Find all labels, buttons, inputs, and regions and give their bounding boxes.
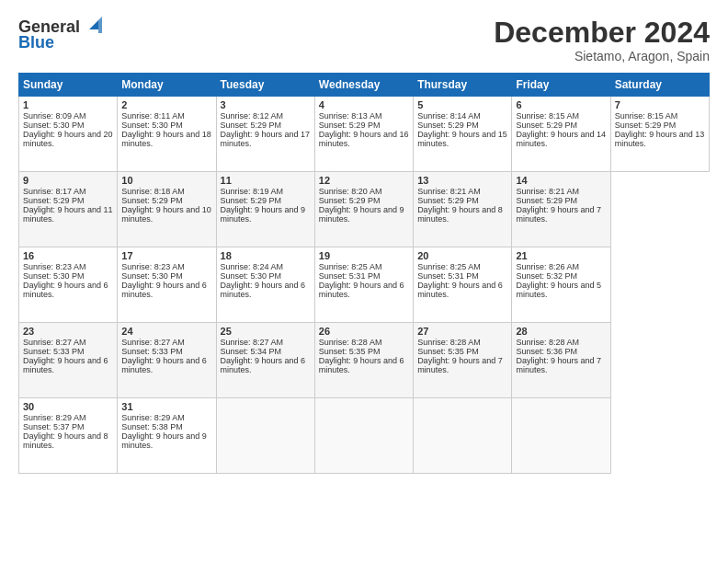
sunrise-label: Sunrise: 8:21 AM (417, 187, 481, 196)
day-number: 27 (417, 326, 507, 337)
day-number: 14 (516, 175, 606, 186)
day-number: 6 (516, 99, 606, 110)
daylight-label: Daylight: 9 hours and 16 minutes. (319, 130, 409, 148)
week-row-2: 9Sunrise: 8:17 AMSunset: 5:29 PMDaylight… (19, 172, 710, 247)
weekday-header-row: Sunday Monday Tuesday Wednesday Thursday… (19, 74, 710, 97)
sunset-label: Sunset: 5:32 PM (516, 271, 577, 281)
day-number: 10 (121, 175, 211, 186)
sunrise-label: Sunrise: 8:23 AM (121, 262, 185, 271)
table-cell: 28Sunrise: 8:28 AMSunset: 5:36 PMDayligh… (512, 323, 610, 398)
table-cell: 21Sunrise: 8:26 AMSunset: 5:32 PMDayligh… (512, 247, 610, 323)
sunrise-label: Sunrise: 8:27 AM (221, 338, 284, 347)
sunrise-label: Sunrise: 8:28 AM (516, 338, 579, 347)
day-number: 7 (615, 99, 705, 110)
sunrise-label: Sunrise: 8:29 AM (23, 413, 86, 422)
sunrise-label: Sunrise: 8:27 AM (121, 338, 185, 347)
table-cell: 17Sunrise: 8:23 AMSunset: 5:30 PMDayligh… (118, 247, 216, 323)
table-cell: 12Sunrise: 8:20 AMSunset: 5:29 PMDayligh… (314, 172, 413, 247)
daylight-label: Daylight: 9 hours and 13 minutes. (615, 130, 705, 148)
sunrise-label: Sunrise: 8:28 AM (319, 338, 382, 347)
table-cell: 11Sunrise: 8:19 AMSunset: 5:29 PMDayligh… (216, 172, 314, 247)
daylight-label: Daylight: 9 hours and 6 minutes. (121, 281, 207, 299)
table-cell: 2Sunrise: 8:11 AMSunset: 5:30 PMDaylight… (118, 97, 216, 172)
sunset-label: Sunset: 5:33 PM (23, 347, 85, 356)
title-block: December 2024 Sietamo, Aragon, Spain (494, 17, 710, 63)
sunset-label: Sunset: 5:29 PM (516, 196, 577, 205)
daylight-label: Daylight: 9 hours and 7 minutes. (417, 356, 503, 374)
sunset-label: Sunset: 5:30 PM (23, 121, 85, 130)
sunset-label: Sunset: 5:30 PM (23, 271, 85, 281)
th-saturday: Saturday (610, 74, 709, 97)
sunrise-label: Sunrise: 8:21 AM (516, 187, 579, 196)
sunset-label: Sunset: 5:29 PM (417, 121, 479, 130)
table-cell: 10Sunrise: 8:18 AMSunset: 5:29 PMDayligh… (118, 172, 216, 247)
sunset-label: Sunset: 5:31 PM (319, 271, 381, 281)
table-cell: 25Sunrise: 8:27 AMSunset: 5:34 PMDayligh… (216, 323, 314, 398)
sunset-label: Sunset: 5:30 PM (121, 271, 183, 281)
sunrise-label: Sunrise: 8:17 AM (23, 187, 86, 196)
daylight-label: Daylight: 9 hours and 9 minutes. (221, 205, 306, 224)
sunset-label: Sunset: 5:35 PM (417, 347, 479, 356)
daylight-label: Daylight: 9 hours and 6 minutes. (221, 356, 306, 374)
sunset-label: Sunset: 5:30 PM (221, 271, 282, 281)
sunrise-label: Sunrise: 8:13 AM (319, 111, 382, 121)
th-monday: Monday (118, 74, 216, 97)
sunrise-label: Sunrise: 8:14 AM (417, 111, 481, 121)
table-cell: 24Sunrise: 8:27 AMSunset: 5:33 PMDayligh… (118, 323, 216, 398)
day-number: 25 (221, 326, 311, 337)
day-number: 24 (121, 326, 211, 337)
week-row-3: 16Sunrise: 8:23 AMSunset: 5:30 PMDayligh… (19, 247, 710, 323)
day-number: 26 (319, 326, 409, 337)
daylight-label: Daylight: 9 hours and 9 minutes. (319, 205, 404, 224)
sunset-label: Sunset: 5:29 PM (221, 196, 282, 205)
table-cell: 19Sunrise: 8:25 AMSunset: 5:31 PMDayligh… (314, 247, 413, 323)
sunrise-label: Sunrise: 8:28 AM (417, 338, 481, 347)
day-number: 18 (221, 250, 311, 261)
sunrise-label: Sunrise: 8:11 AM (121, 111, 185, 121)
th-sunday: Sunday (19, 74, 118, 97)
sunrise-label: Sunrise: 8:29 AM (121, 413, 185, 422)
sunrise-label: Sunrise: 8:09 AM (23, 111, 86, 121)
day-number: 11 (221, 175, 311, 186)
table-cell (512, 398, 610, 474)
th-thursday: Thursday (414, 74, 512, 97)
daylight-label: Daylight: 9 hours and 11 minutes. (23, 205, 113, 224)
sunrise-label: Sunrise: 8:26 AM (516, 262, 579, 271)
table-cell: 31Sunrise: 8:29 AMSunset: 5:38 PMDayligh… (118, 398, 216, 474)
table-cell: 14Sunrise: 8:21 AMSunset: 5:29 PMDayligh… (512, 172, 610, 247)
table-cell: 1Sunrise: 8:09 AMSunset: 5:30 PMDaylight… (19, 97, 118, 172)
sunrise-label: Sunrise: 8:12 AM (221, 111, 284, 121)
table-cell: 3Sunrise: 8:12 AMSunset: 5:29 PMDaylight… (216, 97, 314, 172)
daylight-label: Daylight: 9 hours and 10 minutes. (121, 205, 211, 224)
day-number: 23 (23, 326, 113, 337)
th-tuesday: Tuesday (216, 74, 314, 97)
sunrise-label: Sunrise: 8:27 AM (23, 338, 86, 347)
sunset-label: Sunset: 5:29 PM (319, 196, 381, 205)
table-cell: 6Sunrise: 8:15 AMSunset: 5:29 PMDaylight… (512, 97, 610, 172)
table-cell: 26Sunrise: 8:28 AMSunset: 5:35 PMDayligh… (314, 323, 413, 398)
table-cell: 18Sunrise: 8:24 AMSunset: 5:30 PMDayligh… (216, 247, 314, 323)
week-row-5: 30Sunrise: 8:29 AMSunset: 5:37 PMDayligh… (19, 398, 710, 474)
sunrise-label: Sunrise: 8:25 AM (319, 262, 382, 271)
table-cell: 30Sunrise: 8:29 AMSunset: 5:37 PMDayligh… (19, 398, 118, 474)
table-cell (314, 398, 413, 474)
daylight-label: Daylight: 9 hours and 18 minutes. (121, 130, 211, 148)
sunset-label: Sunset: 5:29 PM (417, 196, 479, 205)
table-cell (414, 398, 512, 474)
day-number: 4 (319, 99, 409, 110)
table-cell: 23Sunrise: 8:27 AMSunset: 5:33 PMDayligh… (19, 323, 118, 398)
day-number: 2 (121, 99, 211, 110)
daylight-label: Daylight: 9 hours and 8 minutes. (23, 431, 108, 450)
day-number: 13 (417, 175, 507, 186)
sunrise-label: Sunrise: 8:15 AM (516, 111, 579, 121)
page-header: General Blue December 2024 Sietamo, Arag… (18, 17, 710, 63)
daylight-label: Daylight: 9 hours and 20 minutes. (23, 130, 113, 148)
sunset-label: Sunset: 5:35 PM (319, 347, 381, 356)
day-number: 17 (121, 250, 211, 261)
th-friday: Friday (512, 74, 610, 97)
daylight-label: Daylight: 9 hours and 7 minutes. (516, 205, 601, 224)
daylight-label: Daylight: 9 hours and 8 minutes. (417, 205, 503, 224)
daylight-label: Daylight: 9 hours and 6 minutes. (221, 281, 306, 299)
sunset-label: Sunset: 5:29 PM (221, 121, 282, 130)
daylight-label: Daylight: 9 hours and 14 minutes. (516, 130, 606, 148)
